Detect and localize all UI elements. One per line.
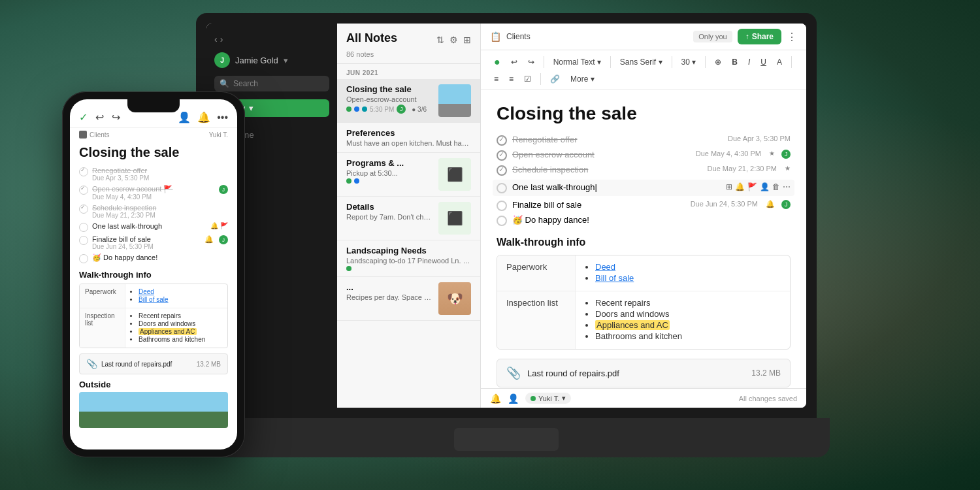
person-icon[interactable]: 👤 — [508, 393, 519, 404]
note-item-programs[interactable]: Programs & ... Pickup at 5:30... ⬛ — [337, 153, 480, 197]
phone-more-icon[interactable]: ••• — [217, 112, 228, 123]
task-text-inspection: Schedule inspection — [512, 165, 702, 174]
phone-task-due-schedule: Due May 21, 2:30 PM — [92, 212, 228, 219]
deed-link[interactable]: Deed — [595, 262, 615, 272]
phone-deed-link[interactable]: Deed — [139, 288, 154, 295]
bill-of-sale-link[interactable]: Bill of sale — [595, 273, 634, 283]
layout-icon[interactable]: ⊞ — [463, 35, 471, 45]
note-count: 86 notes — [346, 50, 374, 58]
note-item-details[interactable]: Details Report by 7am. Don't check traff… — [337, 197, 480, 240]
phone-check-schedule[interactable] — [79, 204, 88, 214]
editor-bottombar-left: 🔔 👤 Yuki T. ▾ — [490, 393, 571, 404]
task-action-flag-icon[interactable]: 🚩 — [747, 182, 757, 191]
toolbar-checklist-button[interactable]: ☑ — [520, 73, 535, 86]
filter-icon[interactable]: ⚙ — [449, 35, 458, 45]
task-check-escrow[interactable] — [497, 150, 507, 161]
note-item-recipes[interactable]: ... Recipes per day. Space rows apart. P… — [337, 277, 480, 321]
phone-user-icon[interactable]: 👤 — [178, 111, 191, 123]
note-item-title-closing: Closing the sale — [346, 84, 433, 94]
phone-note-label: Clients — [90, 131, 110, 139]
phone-flag-walkthrough[interactable]: 🚩 — [220, 222, 228, 229]
phone-check-escrow[interactable] — [79, 186, 88, 195]
phone-undo-icon[interactable]: ↩ — [95, 111, 104, 123]
phone-check-dance[interactable] — [79, 254, 88, 263]
phone-task-finalize: Finalize bill of sale Due Jun 24, 5:30 P… — [79, 235, 228, 250]
note-editor: 📋 Clients Only you ↑ Share ⋮ — [481, 24, 806, 408]
toolbar-font-dropdown[interactable]: Sans Serif ▾ — [616, 56, 666, 69]
phone-bell-icon[interactable]: 🔔 — [197, 111, 210, 123]
phone-note-user: Yuki T. — [209, 131, 228, 139]
phone-table-value-inspection: Recent repairs Doors and windows Applian… — [125, 308, 227, 348]
toolbar-numbered-button[interactable]: ≡ — [505, 73, 517, 86]
phone-task-due-renegotiate: Due Apr 3, 5:30 PM — [92, 174, 228, 182]
note-item-meta-land — [346, 266, 471, 271]
phone: ✓ ↩ ↪ 👤 🔔 ••• Clients — [62, 91, 245, 457]
note-item-subtitle-prog: Pickup at 5:30... — [346, 169, 433, 177]
note-item-preferences[interactable]: Preferences Must have an open kitchen. M… — [337, 123, 480, 153]
toolbar-format-dropdown[interactable]: Normal Text ▾ — [549, 56, 605, 69]
task-action-user-icon[interactable]: 👤 — [760, 182, 770, 191]
toolbar-plus-button[interactable]: ⊕ — [711, 56, 725, 69]
phone-check-icon[interactable]: ✓ — [79, 111, 88, 123]
task-check-renegotiate[interactable] — [497, 135, 507, 146]
editor-topbar-left: 📋 Clients — [490, 31, 531, 42]
laptop-trackpad — [454, 428, 559, 451]
toolbar-link-button[interactable]: 🔗 — [546, 73, 564, 86]
phone-attachment[interactable]: 📎 Last round of repairs.pdf 13.2 MB — [79, 353, 228, 374]
back-arrow-icon[interactable]: ‹ — [214, 34, 218, 44]
note-badge: ● 3/6 — [408, 105, 430, 114]
phone-attach-size: 13.2 MB — [197, 361, 221, 368]
task-actions-walkthrough: ⊞ 🔔 🚩 👤 🗑 ⋯ — [726, 182, 791, 191]
toolbar-color-button[interactable]: A — [773, 56, 786, 69]
task-check-inspection[interactable] — [497, 165, 507, 176]
task-action-bell-icon[interactable]: 🔔 — [735, 182, 745, 191]
phone-content[interactable]: Closing the sale Renegotiate offer Due A… — [70, 141, 237, 449]
note-item-landscaping[interactable]: Landscaping Needs Landscaping to-do 17 P… — [337, 240, 480, 277]
task-text-dance: 🥳 Do happy dance! — [512, 215, 791, 225]
phone-redo-icon[interactable]: ↪ — [112, 111, 120, 123]
toolbar-undo-button[interactable]: ↩ — [507, 56, 521, 69]
only-you-badge: Only you — [693, 31, 732, 42]
user-chip[interactable]: Yuki T. ▾ — [525, 393, 571, 404]
phone-bell-walkthrough[interactable]: 🔔 — [210, 222, 218, 229]
phone-inspection-highlight: Appliances and AC — [139, 328, 197, 335]
laptop-screen: ‹ › J Jamie Gold ▾ 🔍 Search — [206, 24, 806, 408]
toolbar-green-circle[interactable]: ● — [490, 54, 504, 70]
toolbar-redo-button[interactable]: ↪ — [524, 56, 538, 69]
attachment-row[interactable]: 📎 Last round of repairs.pdf 13.2 MB — [497, 359, 791, 387]
phone-bill-link[interactable]: Bill of sale — [139, 296, 169, 303]
toolbar-underline-button[interactable]: U — [757, 56, 770, 69]
toolbar-italic-button[interactable]: I — [744, 56, 754, 69]
sidebar-nav-arrows: ‹ › — [206, 30, 337, 48]
phone-toolbar-left: ✓ ↩ ↪ — [79, 111, 120, 123]
share-label: Share — [752, 32, 774, 41]
thumb-qr1-image: ⬛ — [438, 158, 471, 191]
note-item-content-land: Landscaping Needs Landscaping to-do 17 P… — [346, 246, 471, 271]
editor-content[interactable]: Closing the sale Renegotiate offer Due A… — [481, 90, 806, 388]
forward-arrow-icon[interactable]: › — [220, 34, 223, 44]
note-item-closing[interactable]: Closing the sale Open-escrow-account 5:3… — [337, 79, 480, 123]
task-check-finalize[interactable] — [497, 201, 507, 211]
sidebar-search[interactable]: 🔍 Search — [214, 76, 329, 91]
task-check-walkthrough[interactable] — [497, 183, 507, 193]
new-chevron-icon: ▾ — [249, 103, 253, 113]
task-action-copy-icon[interactable]: ⊞ — [726, 182, 732, 191]
phone-check-finalize[interactable] — [79, 236, 88, 245]
toolbar-bullet-button[interactable]: ≡ — [490, 73, 502, 86]
task-check-dance[interactable] — [497, 216, 507, 226]
toolbar-size-dropdown[interactable]: 30 ▾ — [678, 56, 700, 69]
task-walkthrough: One last walk-through| ⊞ 🔔 🚩 👤 🗑 ⋯ — [493, 180, 794, 196]
sort-icon[interactable]: ⇅ — [436, 35, 444, 45]
phone-finalize-user-j: J — [219, 235, 228, 244]
task-action-more-icon[interactable]: ⋯ — [783, 182, 791, 191]
phone-check-walkthrough[interactable] — [79, 223, 88, 232]
phone-check-renegotiate[interactable] — [79, 167, 88, 176]
bell-icon[interactable]: 🔔 — [490, 393, 501, 404]
more-icon[interactable]: ⋮ — [787, 31, 797, 43]
task-text-finalize: Finalize bill of sale — [512, 200, 685, 210]
toolbar-more-button[interactable]: More ▾ — [566, 73, 598, 86]
task-action-trash-icon[interactable]: 🗑 — [772, 182, 780, 191]
toolbar-bold-button[interactable]: B — [728, 56, 742, 69]
table-label-inspection: Inspection list — [497, 291, 576, 349]
share-button[interactable]: ↑ Share — [738, 29, 781, 44]
